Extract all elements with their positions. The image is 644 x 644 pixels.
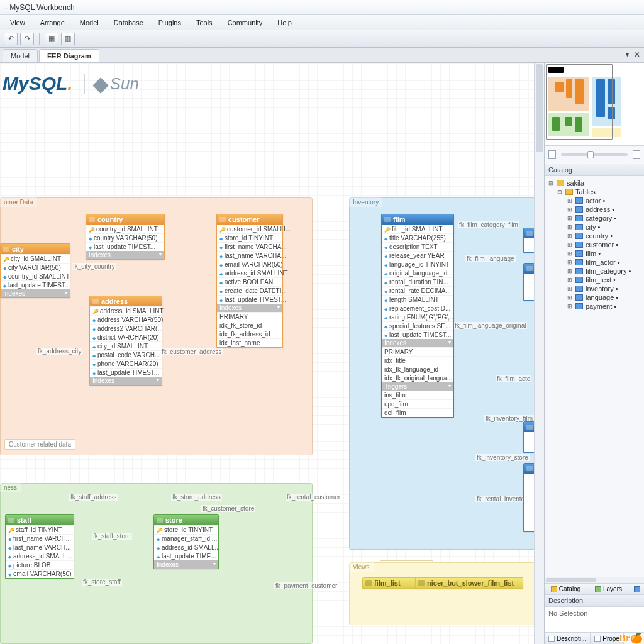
more-icon (634, 586, 640, 592)
undo-button[interactable]: ↶ (4, 33, 18, 45)
entity-nicer-list[interactable]: nicer_but_slower_film_list (415, 577, 523, 589)
entity-header[interactable]: store (154, 515, 218, 525)
entity-header[interactable]: staff (6, 515, 74, 525)
column: store_id TINYINT (154, 525, 218, 534)
navigator-minimap[interactable] (545, 63, 644, 146)
index-row: idx_last_name (217, 338, 282, 347)
sidetab-more[interactable] (630, 584, 644, 594)
entity-section[interactable]: Indexes (382, 339, 453, 347)
sidetab-layers[interactable]: Layers (587, 584, 630, 594)
fk-label: fk_staff_store (92, 533, 132, 540)
grid-toggle-button[interactable]: ▦ (45, 33, 58, 45)
column: country_id SMALLINT (86, 225, 164, 233)
tree-table-category[interactable]: ⊞category • (546, 214, 643, 223)
tree-table-film_category[interactable]: ⊞film_category • (546, 267, 643, 275)
entity-section[interactable]: Indexes (90, 377, 162, 385)
fk-label: fk_store_address (171, 494, 222, 501)
region-views[interactable]: Views (349, 562, 535, 625)
menu-tools[interactable]: Tools (189, 17, 220, 28)
column: active BOOLEAN (217, 277, 282, 286)
entity-film[interactable]: film film_id SMALLINT title VARCHAR(255)… (381, 214, 454, 418)
redo-button[interactable]: ↷ (20, 33, 34, 45)
menu-arrange[interactable]: Arrange (33, 17, 72, 28)
table-icon (575, 268, 583, 274)
tree-table-address[interactable]: ⊞address • (546, 205, 643, 214)
tab-model[interactable]: Model (3, 49, 38, 62)
watermark: Br🍊 (619, 632, 643, 644)
tab-eer-diagram[interactable]: EER Diagram (39, 49, 99, 62)
tree-table-city[interactable]: ⊞city • (546, 223, 643, 231)
entity-store[interactable]: store store_id TINYINT manager_staff_id … (153, 514, 219, 569)
tree-table-film[interactable]: ⊞film • (546, 249, 643, 258)
entity-section[interactable]: Indexes (1, 289, 70, 297)
entity-address[interactable]: address address_id SMALLINT address VARC… (89, 296, 162, 386)
bottab-description[interactable]: Descripti... (545, 633, 591, 644)
tree-table-customer[interactable]: ⊞customer • (546, 240, 643, 249)
menu-database[interactable]: Database (106, 17, 151, 28)
tree-table-country[interactable]: ⊞country • (546, 231, 643, 240)
zoom-icon[interactable] (633, 150, 640, 159)
entity-header[interactable]: city (1, 244, 70, 254)
entity-section[interactable]: Indexes (217, 304, 282, 312)
scrollbar-thumb[interactable] (536, 64, 543, 152)
tree-table-language[interactable]: ⊞language • (546, 293, 643, 302)
menu-help[interactable]: Help (270, 17, 299, 28)
sidetab-catalog[interactable]: Catalog (545, 584, 587, 594)
column: last_update TIMEST... (1, 280, 70, 289)
entity-header[interactable]: nicer_but_slower_film_list (416, 578, 523, 588)
entity-staff[interactable]: staff staff_id TINYINT first_name VARCH.… (5, 514, 74, 579)
zoom-track[interactable] (561, 153, 628, 156)
column: last_name VARCH... (6, 543, 74, 552)
entity-country[interactable]: country country_id SMALLINT country VARC… (86, 214, 165, 260)
document-tabs: Model EER Diagram ▼ ✕ (0, 48, 644, 63)
tree-table-film_text[interactable]: ⊞film_text • (546, 275, 643, 284)
tree-tables-folder[interactable]: ⊟Tables (546, 187, 643, 196)
catalog-h-scrollbar[interactable] (545, 577, 644, 583)
catalog-tree[interactable]: ⊟sakila ⊟Tables ⊞actor •⊞address •⊞categ… (545, 176, 644, 577)
scrollbar-thumb[interactable] (546, 578, 596, 582)
index-row: PRIMARY (382, 347, 453, 356)
diagram-canvas[interactable]: MySQL. Sun omer Data Customer related da… (0, 63, 544, 644)
entity-customer[interactable]: customer customer_id SMALLI... store_id … (216, 214, 283, 348)
entity-header[interactable]: country (86, 214, 164, 225)
region-title: ness (0, 483, 21, 492)
sidebar: Catalog ⊟sakila ⊟Tables ⊞actor •⊞address… (545, 63, 644, 644)
tabs-dropdown-icon[interactable]: ▼ (625, 52, 630, 58)
column: original_language_id... (382, 269, 453, 277)
table-icon (575, 206, 583, 213)
toolbar: ↶ ↷ ▦ ▥ (0, 30, 644, 48)
mysql-logo: MySQL. (3, 73, 73, 94)
tree-table-film_actor[interactable]: ⊞film_actor • (546, 258, 643, 267)
menu-view[interactable]: View (3, 17, 33, 28)
entity-header[interactable]: address (90, 296, 162, 306)
entity-section[interactable]: Triggers (382, 382, 453, 391)
align-toggle-button[interactable]: ▥ (61, 33, 75, 45)
column: store_id TINYINT (217, 233, 282, 242)
zoom-thumb[interactable] (587, 151, 594, 158)
entity-section[interactable]: Indexes (86, 251, 164, 259)
tree-table-inventory[interactable]: ⊞inventory • (546, 284, 643, 293)
entity-city[interactable]: city city_id SMALLINT city VARCHAR(50) c… (0, 243, 70, 298)
table-icon (575, 233, 583, 239)
tree-db[interactable]: ⊟sakila (546, 179, 643, 187)
column: address_id SMALLINT (90, 306, 162, 315)
index-row: idx_fk_language_id (382, 365, 453, 374)
entity-section[interactable]: Indexes (154, 560, 218, 569)
column: manager_staff_id ... (154, 534, 218, 543)
column: district VARCHAR(20) (90, 333, 162, 341)
tree-table-payment[interactable]: ⊞payment • (546, 302, 643, 311)
menu-community[interactable]: Community (220, 17, 270, 28)
tabs-close-icon[interactable]: ✕ (634, 50, 640, 59)
zoom-slider[interactable] (545, 146, 644, 164)
menu-model[interactable]: Model (72, 17, 106, 28)
fk-label: fk_film_category_film (458, 221, 519, 228)
fit-page-icon[interactable] (548, 150, 556, 159)
entity-header[interactable]: customer (217, 214, 282, 225)
menu-plugins[interactable]: Plugins (151, 17, 189, 28)
fk-label: fk_staff_address (69, 494, 118, 501)
fk-label: fk_film_language_original (453, 322, 527, 329)
sun-logo: Sun (84, 74, 139, 94)
canvas-vertical-scrollbar[interactable] (534, 63, 544, 644)
entity-header[interactable]: film (382, 214, 453, 225)
tree-table-actor[interactable]: ⊞actor • (546, 196, 643, 205)
